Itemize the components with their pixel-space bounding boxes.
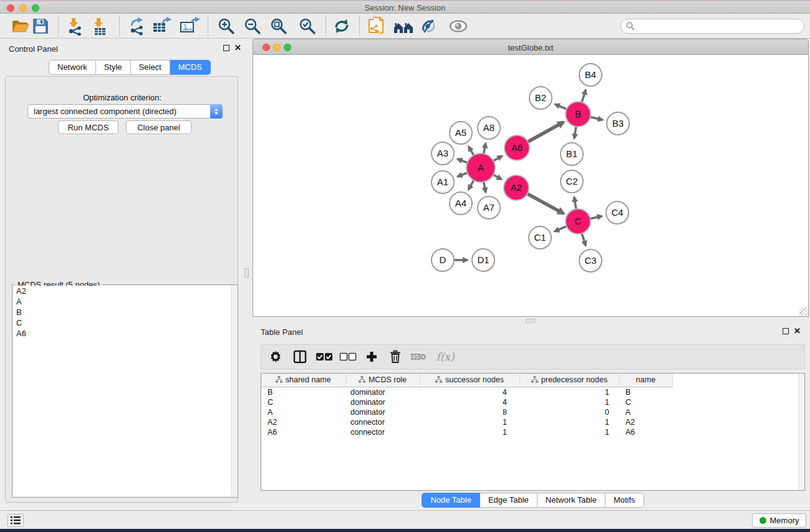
tab-network[interactable]: Network (49, 60, 96, 75)
network-graph[interactable]: B4B2BB3A8A5A6A3B1AC2A1A2A4A7C4CC1C3DD1 (253, 55, 808, 316)
cell-predecessor-nodes[interactable]: 0 (519, 407, 619, 417)
node-B4[interactable]: B4 (579, 64, 602, 86)
column-header-shared-name[interactable]: shared name (261, 374, 345, 387)
tab-network-table[interactable]: Network Table (538, 493, 605, 508)
cell-successor-nodes[interactable]: 4 (420, 387, 519, 397)
export-image-icon[interactable] (180, 16, 201, 36)
cell-name[interactable]: A6 (619, 427, 672, 437)
cell-shared-name[interactable]: A (261, 407, 345, 417)
cell-predecessor-nodes[interactable]: 1 (519, 417, 619, 427)
cell-shared-name[interactable]: A2 (261, 417, 345, 427)
node-A4[interactable]: A4 (450, 192, 472, 215)
zoom-fit-icon[interactable] (268, 16, 289, 36)
export-network-icon[interactable] (127, 16, 148, 36)
node-A[interactable]: A (466, 153, 495, 182)
hide-graphics-icon[interactable] (418, 16, 439, 36)
node-A6[interactable]: A6 (504, 135, 529, 160)
result-list-scrollbar[interactable] (231, 286, 237, 496)
tab-style[interactable]: Style (96, 60, 131, 75)
node-D[interactable]: D (432, 249, 454, 271)
ndex-import-icon[interactable] (366, 16, 387, 36)
column-visibility-icon[interactable] (291, 347, 309, 366)
cell-name[interactable]: B (619, 387, 672, 397)
tab-motifs[interactable]: Motifs (605, 493, 644, 508)
gear-icon[interactable] (266, 347, 285, 366)
cell-MCDS-role[interactable]: dominator (345, 397, 420, 407)
network-view[interactable]: B4B2BB3A8A5A6A3B1AC2A1A2A4A7C4CC1C3DD1 (253, 55, 809, 317)
cell-shared-name[interactable]: A6 (261, 427, 345, 437)
close-panel-icon[interactable]: ✕ (794, 328, 801, 334)
node-C1[interactable]: C1 (529, 226, 551, 249)
import-table-icon[interactable] (89, 16, 110, 36)
column-header-name[interactable]: name (619, 374, 672, 387)
cell-successor-nodes[interactable]: 8 (420, 407, 519, 417)
table-row[interactable]: Cdominator41C (261, 397, 672, 407)
deselect-all-icon[interactable] (339, 347, 357, 366)
table-row[interactable]: Adominator80A (261, 407, 672, 417)
tab-node-table[interactable]: Node Table (422, 493, 480, 508)
tab-select[interactable]: Select (131, 60, 170, 75)
float-panel-icon[interactable] (783, 328, 789, 334)
cell-successor-nodes[interactable]: 1 (420, 417, 519, 427)
cell-shared-name[interactable]: C (261, 397, 345, 407)
node-A8[interactable]: A8 (478, 117, 500, 139)
cell-successor-nodes[interactable]: 4 (420, 397, 519, 407)
cell-MCDS-role[interactable]: dominator (345, 407, 420, 417)
close-panel-icon[interactable]: ✕ (234, 45, 241, 51)
node-A1[interactable]: A1 (432, 171, 454, 193)
horizontal-splitter-handle[interactable] (526, 319, 535, 323)
node-A7[interactable]: A7 (478, 196, 500, 219)
node-B3[interactable]: B3 (607, 112, 629, 135)
vertical-splitter-handle[interactable] (244, 268, 249, 278)
delete-column-icon[interactable] (386, 347, 405, 366)
column-header-predecessor-nodes[interactable]: predecessor nodes (519, 374, 619, 387)
float-panel-icon[interactable] (223, 45, 229, 51)
table-row[interactable]: A6connector11A6 (261, 427, 672, 437)
result-item-c[interactable]: C (13, 317, 237, 328)
show-graphics-icon[interactable] (448, 16, 469, 36)
node-B[interactable]: B (566, 102, 591, 127)
tab-mcds[interactable]: MCDS (170, 60, 211, 75)
result-item-a[interactable]: A (13, 296, 237, 307)
export-table-icon[interactable] (152, 16, 173, 36)
table-scrollbar[interactable] (799, 374, 804, 490)
cell-shared-name[interactable]: B (261, 387, 345, 397)
node-B1[interactable]: B1 (561, 143, 583, 165)
zoom-selected-icon[interactable] (297, 16, 318, 36)
node-B2[interactable]: B2 (529, 87, 552, 109)
import-network-icon[interactable] (64, 16, 85, 36)
cell-MCDS-role[interactable]: dominator (345, 387, 420, 397)
node-C3[interactable]: C3 (579, 249, 602, 272)
node-A3[interactable]: A3 (432, 142, 454, 165)
delete-table-icon[interactable] (409, 347, 428, 366)
cell-predecessor-nodes[interactable]: 1 (519, 427, 619, 437)
zoom-out-icon[interactable] (242, 16, 263, 36)
task-history-button[interactable] (7, 514, 24, 527)
function-builder-button[interactable]: f(x) (432, 347, 458, 366)
select-all-icon[interactable] (315, 347, 334, 366)
node-table[interactable]: shared nameMCDS rolesuccessor nodesprede… (261, 373, 805, 491)
search-input[interactable] (638, 21, 804, 32)
table-row[interactable]: A2connector11A2 (261, 417, 672, 427)
ndex-browse-icon[interactable] (393, 16, 414, 36)
cell-name[interactable]: A2 (619, 417, 672, 427)
cell-name[interactable]: C (619, 397, 672, 407)
memory-button[interactable]: Memory (752, 513, 806, 528)
open-session-icon[interactable] (9, 16, 31, 36)
node-A5[interactable]: A5 (450, 122, 472, 144)
node-A2[interactable]: A2 (504, 175, 529, 200)
column-header-MCDS-role[interactable]: MCDS role (345, 374, 420, 387)
resize-grip-icon[interactable] (799, 307, 808, 316)
save-session-icon[interactable] (30, 16, 51, 36)
criterion-dropdown[interactable]: largest connected component (directed) (27, 104, 223, 118)
cell-name[interactable]: A (619, 407, 672, 417)
search-field[interactable] (620, 19, 804, 34)
cell-successor-nodes[interactable]: 1 (420, 427, 519, 437)
node-C4[interactable]: C4 (606, 201, 629, 224)
network-window-titlebar[interactable]: testGlobe.txt (253, 39, 809, 55)
add-column-icon[interactable] (362, 347, 381, 366)
cell-MCDS-role[interactable]: connector (345, 427, 420, 437)
refresh-icon[interactable] (331, 16, 352, 36)
node-C2[interactable]: C2 (561, 170, 583, 193)
node-C[interactable]: C (566, 209, 591, 234)
